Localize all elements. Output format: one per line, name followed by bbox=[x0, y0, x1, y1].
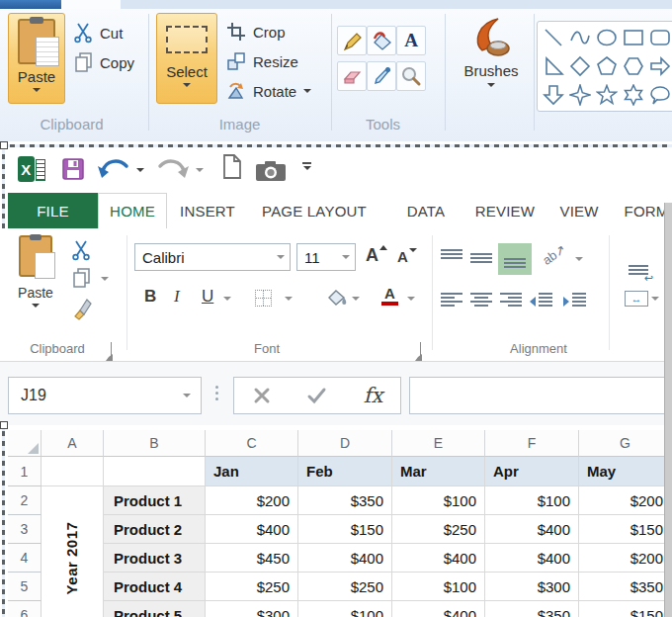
cell-g1[interactable]: May bbox=[579, 457, 672, 486]
cell-b6[interactable]: Product 5 bbox=[104, 601, 206, 617]
cell-f2[interactable]: $100 bbox=[485, 486, 579, 515]
increase-indent-button[interactable] bbox=[563, 293, 586, 310]
tab-data[interactable]: DATA bbox=[395, 193, 457, 228]
cell-d4[interactable]: $400 bbox=[298, 544, 392, 573]
wrap-text-button[interactable]: ↩ bbox=[629, 265, 650, 281]
clipboard-dialog-launcher[interactable] bbox=[111, 342, 112, 360]
cell-c3[interactable]: $400 bbox=[206, 515, 298, 544]
shape-rounded-rectangle[interactable] bbox=[647, 24, 672, 51]
tab-review[interactable]: REVIEW bbox=[468, 193, 542, 228]
cell-e5[interactable]: $100 bbox=[392, 573, 485, 601]
tab-page-layout[interactable]: PAGE LAYOUT bbox=[249, 193, 379, 228]
column-header-g[interactable]: G bbox=[579, 430, 672, 457]
redo-dropdown-icon[interactable] bbox=[196, 168, 204, 172]
paint-brushes-button[interactable]: Brushes bbox=[453, 13, 530, 112]
cell-c4[interactable]: $450 bbox=[206, 544, 298, 573]
font-dialog-launcher[interactable] bbox=[420, 342, 421, 360]
shape-diamond[interactable] bbox=[567, 52, 593, 80]
vertical-scrollbar-edge[interactable] bbox=[664, 203, 672, 617]
tab-insert[interactable]: INSERT bbox=[170, 193, 245, 228]
shape-four-point-star[interactable] bbox=[567, 81, 593, 109]
bottom-align-button[interactable] bbox=[498, 243, 532, 275]
formula-input[interactable] bbox=[409, 377, 672, 414]
column-header-c[interactable]: C bbox=[206, 430, 298, 457]
enter-check-icon[interactable] bbox=[306, 386, 328, 405]
camera-button[interactable] bbox=[255, 160, 287, 186]
bold-button[interactable]: B bbox=[144, 287, 156, 307]
top-align-button[interactable] bbox=[441, 249, 462, 267]
paint-rotate-button[interactable]: Rotate bbox=[226, 81, 311, 101]
paint-copy-button[interactable]: Copy bbox=[73, 51, 134, 73]
paint-paste-button[interactable]: Paste bbox=[8, 13, 65, 104]
align-right-button[interactable] bbox=[500, 293, 522, 310]
tab-view[interactable]: VIEW bbox=[551, 193, 607, 228]
excel-cut-button[interactable] bbox=[71, 239, 91, 265]
selection-handle-mid-left[interactable] bbox=[0, 421, 8, 429]
tab-file[interactable]: FILE bbox=[8, 193, 98, 228]
cell-f1[interactable]: Apr bbox=[485, 457, 579, 486]
excel-paste-button[interactable]: Paste bbox=[10, 235, 61, 326]
font-size-combobox[interactable]: 11 bbox=[296, 243, 356, 271]
shape-right-triangle[interactable] bbox=[541, 52, 566, 80]
save-button[interactable] bbox=[61, 157, 85, 185]
shape-hexagon[interactable] bbox=[621, 52, 646, 80]
cell-c5[interactable]: $250 bbox=[206, 573, 298, 601]
cell-d1[interactable]: Feb bbox=[298, 457, 392, 486]
paint-menu-button[interactable] bbox=[0, 0, 61, 9]
cell-d2[interactable]: $350 bbox=[298, 486, 392, 515]
fill-color-tool-button[interactable] bbox=[367, 26, 396, 55]
column-header-e[interactable]: E bbox=[392, 430, 485, 457]
cell-g5[interactable]: $350 bbox=[579, 573, 672, 601]
excel-copy-button[interactable] bbox=[71, 267, 91, 293]
undo-dropdown-icon[interactable] bbox=[136, 168, 144, 172]
selection-handle-top-left[interactable] bbox=[0, 141, 8, 149]
cell-a2-merged-year[interactable]: Year 2017 bbox=[42, 486, 104, 617]
color-picker-tool-button[interactable] bbox=[367, 61, 396, 91]
cell-f6[interactable]: $350 bbox=[485, 601, 579, 617]
customize-quick-access-button[interactable] bbox=[302, 162, 311, 170]
column-header-d[interactable]: D bbox=[298, 430, 392, 457]
cell-a1[interactable] bbox=[42, 457, 104, 486]
cell-g4[interactable]: $200 bbox=[579, 544, 672, 573]
borders-button[interactable] bbox=[255, 290, 272, 307]
cell-e4[interactable]: $400 bbox=[392, 544, 485, 573]
cell-e3[interactable]: $250 bbox=[392, 515, 485, 544]
new-document-button[interactable] bbox=[221, 154, 243, 184]
shape-six-point-star[interactable] bbox=[621, 81, 646, 109]
underline-dropdown-icon[interactable] bbox=[223, 297, 231, 301]
borders-dropdown-icon[interactable] bbox=[285, 297, 293, 301]
font-name-combobox[interactable]: Calibri bbox=[134, 243, 291, 271]
shape-pentagon[interactable] bbox=[594, 52, 620, 80]
cell-b4[interactable]: Product 3 bbox=[104, 544, 206, 573]
row-header-2[interactable]: 2 bbox=[8, 486, 42, 515]
middle-align-button[interactable] bbox=[470, 249, 492, 267]
magnifier-tool-button[interactable] bbox=[396, 61, 426, 91]
copy-dropdown-icon[interactable] bbox=[101, 277, 109, 281]
undo-button[interactable] bbox=[97, 158, 130, 186]
shape-curve[interactable] bbox=[567, 24, 593, 51]
cell-g6[interactable]: $150 bbox=[579, 601, 672, 617]
cell-e6[interactable]: $400 bbox=[392, 601, 485, 617]
cancel-icon[interactable] bbox=[252, 386, 272, 405]
paint-cut-button[interactable]: Cut bbox=[73, 22, 123, 44]
cell-d6[interactable]: $100 bbox=[298, 601, 392, 617]
cell-d3[interactable]: $150 bbox=[298, 515, 392, 544]
shape-five-point-star[interactable] bbox=[594, 81, 620, 109]
row-header-1[interactable]: 1 bbox=[8, 457, 42, 486]
fill-color-button[interactable] bbox=[326, 288, 348, 311]
cell-d5[interactable]: $250 bbox=[298, 573, 392, 601]
shape-oval[interactable] bbox=[594, 24, 620, 51]
paint-resize-button[interactable]: Resize bbox=[226, 51, 298, 71]
shape-line[interactable] bbox=[541, 24, 566, 51]
grow-font-button[interactable]: A bbox=[366, 245, 387, 266]
cell-f3[interactable]: $400 bbox=[485, 515, 579, 544]
column-header-f[interactable]: F bbox=[485, 430, 579, 457]
eraser-tool-button[interactable] bbox=[337, 61, 367, 91]
align-left-button[interactable] bbox=[441, 293, 462, 310]
cell-f4[interactable]: $400 bbox=[485, 544, 579, 573]
row-header-5[interactable]: 5 bbox=[8, 573, 42, 601]
orientation-dropdown-icon[interactable] bbox=[575, 257, 583, 261]
select-all-corner[interactable] bbox=[8, 430, 42, 457]
align-center-button[interactable] bbox=[470, 293, 492, 310]
decrease-indent-button[interactable] bbox=[530, 293, 552, 310]
